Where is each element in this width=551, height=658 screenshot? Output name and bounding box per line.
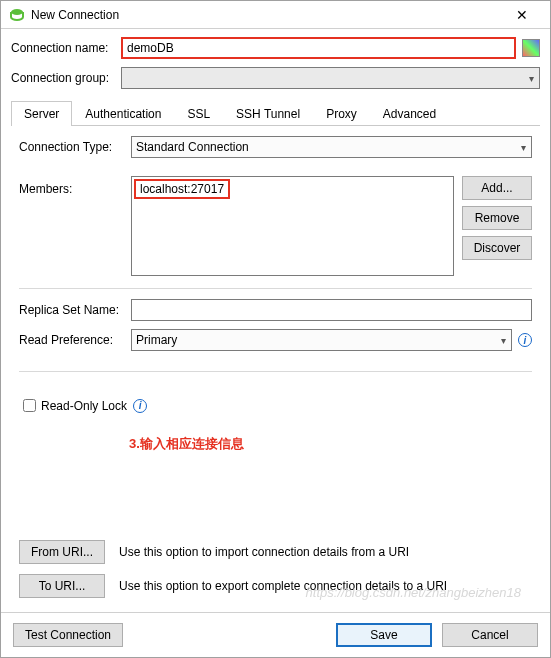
- tab-ssl[interactable]: SSL: [174, 101, 223, 126]
- members-listbox[interactable]: localhost:27017: [131, 176, 454, 276]
- connection-type-label: Connection Type:: [19, 140, 131, 154]
- connection-group-select[interactable]: [121, 67, 540, 89]
- tab-bar: Server Authentication SSL SSH Tunnel Pro…: [11, 101, 540, 126]
- members-label: Members:: [19, 176, 131, 196]
- cancel-button[interactable]: Cancel: [442, 623, 538, 647]
- tab-advanced[interactable]: Advanced: [370, 101, 449, 126]
- read-only-checkbox[interactable]: [23, 399, 36, 412]
- read-preference-label: Read Preference:: [19, 333, 131, 347]
- connection-type-select[interactable]: Standard Connection: [131, 136, 532, 158]
- connection-group-label: Connection group:: [11, 71, 121, 85]
- close-icon[interactable]: ✕: [502, 7, 542, 23]
- add-button[interactable]: Add...: [462, 176, 532, 200]
- from-uri-row: From URI... Use this option to import co…: [19, 540, 532, 564]
- separator: [19, 288, 532, 289]
- to-uri-desc: Use this option to export complete conne…: [119, 579, 447, 593]
- from-uri-desc: Use this option to import connection det…: [119, 545, 409, 559]
- from-uri-button[interactable]: From URI...: [19, 540, 105, 564]
- read-preference-select[interactable]: Primary: [131, 329, 512, 351]
- tab-ssh-tunnel[interactable]: SSH Tunnel: [223, 101, 313, 126]
- connection-name-row: Connection name:: [11, 37, 540, 59]
- tab-authentication[interactable]: Authentication: [72, 101, 174, 126]
- remove-button[interactable]: Remove: [462, 206, 532, 230]
- dialog-body: Connection name: Connection group: ▾ Ser…: [1, 29, 550, 612]
- info-icon[interactable]: i: [133, 399, 147, 413]
- separator: [19, 371, 532, 372]
- color-picker-button[interactable]: [522, 39, 540, 57]
- connection-name-label: Connection name:: [11, 41, 121, 55]
- read-only-label: Read-Only Lock: [41, 399, 127, 413]
- read-preference-row: Read Preference: Primary ▾ i: [19, 329, 532, 351]
- svg-point-0: [11, 9, 23, 15]
- connection-name-input[interactable]: [121, 37, 516, 59]
- save-button[interactable]: Save: [336, 623, 432, 647]
- replica-set-row: Replica Set Name:: [19, 299, 532, 321]
- test-connection-button[interactable]: Test Connection: [13, 623, 123, 647]
- replica-set-label: Replica Set Name:: [19, 303, 131, 317]
- connection-group-row: Connection group: ▾: [11, 67, 540, 89]
- to-uri-row: To URI... Use this option to export comp…: [19, 574, 532, 598]
- read-only-row: Read-Only Lock i: [19, 396, 532, 415]
- window-title: New Connection: [31, 8, 502, 22]
- discover-button[interactable]: Discover: [462, 236, 532, 260]
- members-item-0[interactable]: localhost:27017: [134, 179, 230, 199]
- members-row: Members: localhost:27017 Add... Remove D…: [19, 176, 532, 276]
- annotation-text: 3.输入相应连接信息: [129, 435, 532, 453]
- members-buttons: Add... Remove Discover: [462, 176, 532, 260]
- dialog-window: New Connection ✕ Connection name: Connec…: [0, 0, 551, 658]
- info-icon[interactable]: i: [518, 333, 532, 347]
- app-icon: [9, 7, 25, 23]
- tab-proxy[interactable]: Proxy: [313, 101, 370, 126]
- dialog-footer: Test Connection Save Cancel: [1, 612, 550, 657]
- replica-set-input[interactable]: [131, 299, 532, 321]
- connection-type-row: Connection Type: Standard Connection ▾: [19, 136, 532, 158]
- tab-panel-server: Connection Type: Standard Connection ▾ M…: [11, 126, 540, 608]
- titlebar: New Connection ✕: [1, 1, 550, 29]
- tab-server[interactable]: Server: [11, 101, 72, 126]
- to-uri-button[interactable]: To URI...: [19, 574, 105, 598]
